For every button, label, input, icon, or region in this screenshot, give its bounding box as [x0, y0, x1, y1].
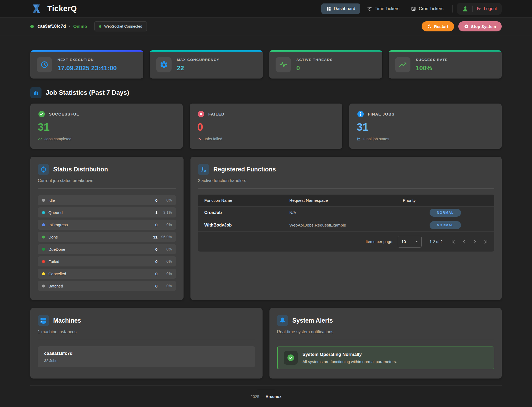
alarm-clock-icon [367, 6, 372, 11]
restart-button[interactable]: Restart [422, 21, 454, 31]
status-row-inprogress: InProgress 0 0% [38, 220, 176, 230]
gear-sync-icon [156, 57, 172, 72]
tab-cron-tickers[interactable]: Cron Tickers [406, 3, 448, 14]
registered-functions-panel: ƒx Registered Functions 2 active functio… [190, 157, 502, 300]
stat-value: 100% [416, 64, 448, 72]
machine-jobs: 32 Jobs [44, 359, 249, 363]
status-dot [42, 248, 45, 251]
stat-card-max-concurrency: MAX CONCURRENCY 22 [150, 50, 263, 79]
first-page-button[interactable] [451, 239, 456, 245]
line-chart-small-icon [357, 137, 361, 141]
tab-label: Dashboard [334, 6, 355, 11]
logout-label: Logout [484, 6, 497, 11]
tab-label: Cron Tickers [419, 6, 443, 11]
panel-title: Machines [53, 317, 81, 324]
middle-row: Status Distribution Current job status b… [30, 157, 502, 300]
instance-id: caa9af18fc7d [38, 24, 66, 29]
stat-card-active-threads: ACTIVE THREADS 0 [269, 50, 382, 79]
tab-dashboard[interactable]: Dashboard [321, 3, 360, 14]
dashboard-icon [326, 6, 331, 11]
check-circle-icon [38, 110, 45, 118]
system-actions: Restart Stop System [422, 21, 502, 31]
job-card-successful: SUCCESSFUL 31 Jobs completed [30, 104, 183, 149]
panel-title: Registered Functions [213, 166, 276, 173]
alert-title: System Operating Normally [302, 352, 397, 357]
footer: 2025 — Arcenox [30, 385, 502, 399]
job-statistics-heading: Job Statistics (Past 7 Days) [30, 87, 502, 98]
clock-icon [37, 57, 52, 72]
status-row-duedone: DueDone 0 0% [38, 244, 176, 254]
job-card-caption: Jobs completed [44, 137, 72, 141]
previous-page-button[interactable] [461, 239, 467, 245]
stats-row: NEXT EXECUTION 17.09.2025 23:41:00 MAX C… [30, 50, 502, 79]
trending-down-small-icon [197, 137, 201, 141]
info-circle-icon [357, 110, 364, 118]
function-namespace: WebApi.Jobs.RequestExample [289, 223, 403, 228]
job-card-label: FAILED [208, 112, 225, 116]
system-alerts-panel: System Alerts Real-time system notificat… [269, 308, 502, 379]
job-card-final-jobs: FINAL JOBS 31 Final job states [349, 104, 502, 149]
next-page-button[interactable] [472, 239, 478, 245]
sync-circle-icon [38, 164, 49, 175]
pager [451, 239, 488, 245]
panel-subtitle: Current job status breakdown [38, 178, 176, 183]
items-per-page-select[interactable]: 10 [398, 236, 422, 248]
chevron-down-icon [415, 241, 418, 244]
stat-card-next-execution: NEXT EXECUTION 17.09.2025 23:41:00 [30, 50, 143, 79]
tab-time-tickers[interactable]: Time Tickers [362, 3, 404, 14]
footer-brand: Arcenox [265, 394, 281, 399]
priority-badge: NORMAL [430, 209, 461, 217]
system-alert: System Operating Normally All systems ar… [277, 346, 494, 369]
functions-table: Function Name Request Namespace Priority… [198, 195, 494, 252]
user-box: Logout [457, 3, 502, 15]
job-card-label: FINAL JOBS [368, 112, 395, 116]
stat-label: ACTIVE THREADS [296, 58, 333, 62]
status-dot [42, 211, 45, 214]
footer-text: 2025 — Arcenox [30, 394, 502, 399]
status-row-batched: Batched 0 0% [38, 281, 176, 291]
table-header: Function Name Request Namespace Priority [198, 195, 494, 206]
status-distribution-panel: Status Distribution Current job status b… [30, 157, 184, 300]
x-circle-icon [197, 110, 205, 118]
bell-icon [277, 315, 288, 326]
server-icon [38, 315, 49, 326]
stat-card-success-rate: SUCCESS RATE 100% [389, 50, 502, 79]
job-card-caption: Final job states [363, 137, 389, 141]
status-dot [42, 236, 45, 239]
function-name: WithBodyJob [204, 223, 289, 228]
job-card-failed: FAILED 0 Jobs failed [190, 104, 342, 149]
status-dot [42, 272, 45, 275]
logout-button[interactable]: Logout [476, 6, 497, 11]
trending-up-small-icon [38, 137, 42, 141]
function-name: CronJob [204, 210, 289, 215]
status-row-idle: Idle 0 0% [38, 195, 176, 205]
stat-value: 17.09.2025 23:41:00 [57, 64, 117, 72]
nav-tabs: Dashboard Time Tickers Cron Tickers [321, 3, 448, 14]
brand: TickerQ [30, 3, 77, 15]
pagination-range: 1-2 of 2 [430, 240, 443, 244]
websocket-label: WebSocket Connected [104, 24, 142, 28]
bottom-row: Machines 1 machine instances caa9af18fc7… [30, 308, 502, 379]
table-pagination: Items per page: 10 1-2 of 2 [198, 231, 494, 252]
job-card-caption: Jobs failed [204, 137, 222, 141]
restart-label: Restart [434, 24, 448, 29]
footer-divider [257, 390, 275, 390]
account-icon[interactable] [462, 5, 469, 12]
stop-system-button[interactable]: Stop System [458, 21, 502, 31]
separator: • [69, 24, 70, 29]
items-per-page-label: Items per page: [366, 239, 393, 244]
online-status-label: Online [73, 24, 87, 29]
user-divider [472, 6, 473, 12]
divider [277, 340, 494, 340]
status-distribution-list: Idle 0 0% Queued 1 3.1% InProgress 0 0% [38, 195, 176, 291]
restart-icon [427, 24, 432, 29]
job-card-value: 31 [38, 121, 175, 133]
last-page-button[interactable] [483, 239, 488, 245]
app-logo-icon [30, 3, 43, 15]
tab-label: Time Tickers [375, 6, 400, 11]
status-row-failed: Failed 0 0% [38, 256, 176, 266]
check-circle-icon [284, 351, 298, 365]
status-dot [42, 260, 45, 263]
job-card-value: 31 [357, 121, 494, 133]
websocket-badge: WebSocket Connected [94, 21, 147, 31]
